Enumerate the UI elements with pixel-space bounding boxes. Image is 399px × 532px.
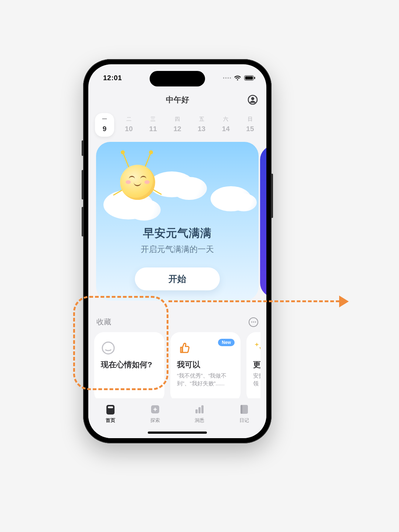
side-button — [82, 140, 83, 156]
calendar-day[interactable]: 五 13 — [192, 113, 211, 137]
battery-icon — [244, 75, 255, 81]
tab-label: 洞悉 — [195, 417, 204, 424]
hero-title: 早安元气满满 — [143, 226, 212, 241]
favorites-section: 收藏 现在心情 — [88, 317, 266, 402]
calendar-day[interactable]: 一 9 — [95, 113, 114, 137]
svg-point-5 — [102, 342, 114, 354]
diary-icon — [238, 403, 250, 415]
calendar-date: 13 — [198, 125, 205, 133]
more-button[interactable] — [249, 317, 258, 327]
favorites-title: 收藏 — [96, 317, 111, 327]
mood-circle-icon — [101, 341, 116, 355]
svg-point-4 — [251, 97, 254, 100]
side-button — [82, 207, 83, 236]
hero-subtitle: 开启元气满满的一天 — [141, 244, 214, 255]
ellipsis-icon — [253, 321, 254, 323]
status-time: 12:01 — [103, 74, 122, 82]
greeting-title: 中午好 — [166, 95, 189, 105]
tab-home[interactable]: 首页 — [96, 403, 125, 424]
app-header: 中午好 — [88, 90, 266, 109]
calendar-day[interactable]: 三 11 — [143, 113, 163, 137]
svg-rect-13 — [241, 405, 242, 414]
svg-rect-7 — [108, 406, 113, 408]
calendar-strip[interactable]: 一 9 二 10 三 11 四 12 五 13 — [88, 109, 266, 142]
svg-rect-11 — [201, 405, 204, 413]
hero-card-next[interactable] — [260, 146, 266, 297]
favorite-card-desc: “我不优秀”、“我做不到”、“我好失败”...... — [177, 372, 234, 388]
signal-dots-icon — [223, 77, 231, 79]
profile-button[interactable] — [247, 94, 258, 105]
calendar-day[interactable]: 六 14 — [216, 113, 235, 137]
annotation-arrow-head-icon — [339, 296, 349, 307]
svg-rect-2 — [254, 77, 255, 79]
calendar-date: 11 — [149, 125, 157, 133]
calendar-date: 9 — [103, 125, 107, 133]
screen: 12:01 中午好 — [88, 64, 266, 438]
svg-rect-1 — [245, 76, 253, 80]
status-indicators — [223, 75, 256, 81]
calendar-weekday: 一 — [102, 116, 107, 123]
profile-icon — [248, 95, 258, 105]
ellipsis-icon — [255, 321, 256, 323]
calendar-day[interactable]: 二 10 — [119, 113, 139, 137]
calendar-day[interactable]: 四 12 — [168, 113, 187, 137]
home-indicator[interactable] — [148, 432, 207, 434]
favorites-row[interactable]: 现在心情如何? New 我可以 “我不优秀”、“我做不到”、“我好失败”....… — [94, 332, 260, 402]
ellipsis-icon — [251, 321, 252, 323]
calendar-day[interactable]: 日 15 — [241, 113, 260, 137]
new-badge: New — [218, 339, 235, 346]
hero-card[interactable]: 早安元气满满 开启元气满满的一天 开始 — [96, 142, 259, 301]
calendar-weekday: 四 — [175, 116, 180, 123]
calendar-weekday: 六 — [223, 116, 228, 123]
favorite-card-heading: 现在心情如何? — [101, 359, 158, 370]
favorite-card-heading: 我可以 — [177, 359, 234, 370]
thumbs-up-icon — [177, 341, 191, 355]
tab-insight[interactable]: 洞悉 — [185, 403, 214, 424]
calendar-date: 15 — [246, 125, 254, 133]
calendar-date: 10 — [125, 125, 133, 133]
calendar-date: 12 — [173, 125, 181, 133]
side-button — [271, 174, 273, 218]
tab-diary[interactable]: 日记 — [229, 403, 259, 424]
svg-rect-10 — [198, 407, 201, 413]
favorite-card-heading: 更专 — [253, 359, 260, 370]
dynamic-island — [150, 71, 205, 86]
insight-icon — [194, 403, 205, 415]
tab-explore[interactable]: 探索 — [140, 403, 170, 424]
favorite-card-ican[interactable]: New 我可以 “我不优秀”、“我做不到”、“我好失败”...... — [170, 332, 241, 402]
sun-character-icon — [107, 150, 166, 209]
svg-rect-6 — [106, 405, 115, 415]
explore-icon — [149, 403, 161, 415]
favorite-card-focus[interactable]: 更专 安抚自 动引领 — [246, 332, 260, 402]
tab-label: 探索 — [150, 417, 160, 424]
sparkle-cursor-icon — [253, 341, 260, 355]
calendar-date: 14 — [222, 125, 230, 133]
tab-bar: 首页 探索 洞悉 — [88, 398, 266, 438]
cloud-icon — [231, 194, 257, 211]
tab-label: 日记 — [239, 417, 249, 424]
svg-rect-9 — [195, 409, 198, 413]
calendar-weekday: 五 — [199, 116, 204, 123]
favorite-card-mood[interactable]: 现在心情如何? — [94, 332, 164, 402]
wifi-icon — [234, 75, 241, 81]
calendar-weekday: 日 — [248, 116, 253, 123]
tab-label: 首页 — [106, 417, 115, 424]
start-button[interactable]: 开始 — [135, 267, 220, 290]
calendar-weekday: 三 — [150, 116, 156, 123]
favorite-card-desc: 安抚自 动引领 — [253, 372, 260, 388]
phone-frame: 12:01 中午好 — [83, 59, 272, 443]
calendar-weekday: 二 — [126, 116, 132, 123]
home-icon — [105, 403, 116, 415]
cloud-icon — [172, 177, 207, 200]
start-button-label: 开始 — [168, 273, 186, 285]
side-button — [82, 170, 83, 200]
hero-carousel[interactable]: 早安元气满满 开启元气满满的一天 开始 — [88, 142, 266, 301]
